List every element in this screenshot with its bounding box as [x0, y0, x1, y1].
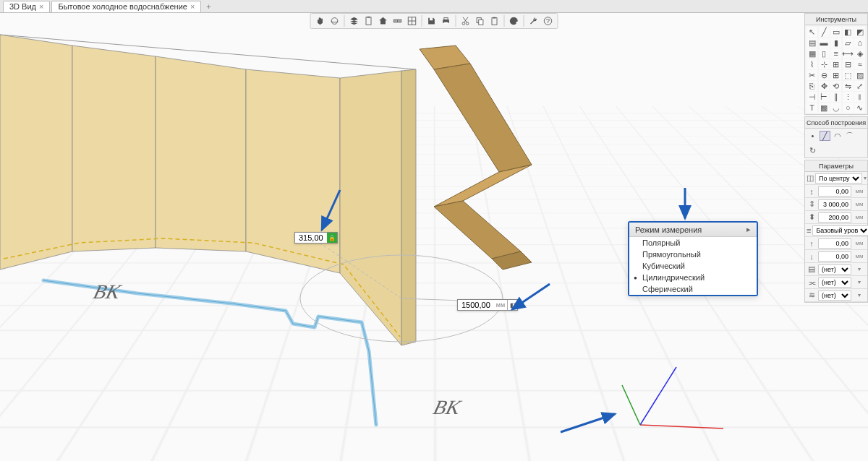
hatch-icon[interactable]: ▩ — [819, 103, 830, 113]
context-menu-header[interactable]: Режим измерения▸ — [629, 223, 757, 237]
v1-field[interactable]: 0,00 — [818, 238, 851, 249]
bullet-icon: ● — [634, 275, 637, 281]
copy-tool-icon[interactable]: ⎘ — [807, 81, 817, 91]
method-panel: Способ построения • ╱ ◠ ⌒ ↻ — [804, 116, 868, 158]
palette-icon[interactable] — [508, 14, 521, 27]
hand-icon[interactable] — [314, 14, 327, 27]
sel3-select[interactable]: (нет) — [818, 290, 851, 301]
svg-rect-11 — [479, 20, 483, 25]
save-icon[interactable] — [425, 14, 438, 27]
sel1-select[interactable]: (нет) — [818, 264, 851, 275]
svg-line-30 — [322, 190, 340, 230]
menu-item-polar[interactable]: Полярный — [629, 237, 757, 249]
axis-gizmo — [615, 353, 731, 455]
offset2-field[interactable]: 200,00 — [818, 212, 851, 223]
separator — [422, 15, 422, 27]
flex-icon[interactable]: ≈ — [854, 59, 865, 69]
arrow-annotation — [678, 186, 692, 224]
area-icon[interactable]: ▨ — [854, 70, 865, 80]
height-field[interactable]: 3 000,00 — [818, 199, 851, 210]
column-icon[interactable]: ▮ — [830, 38, 841, 48]
paste-icon[interactable] — [488, 14, 501, 27]
method-point-icon[interactable]: • — [807, 131, 818, 141]
svg-point-8 — [462, 22, 465, 25]
offset-icon: ↕ — [807, 186, 817, 197]
spline-icon[interactable]: ∿ — [854, 103, 865, 113]
viewport-3d[interactable]: ВК ВК 315,00🔒 1500,00мм◧ — [0, 13, 868, 461]
door-icon[interactable]: ▯ — [819, 48, 830, 59]
trim-icon[interactable]: ⊣ — [807, 92, 817, 102]
svg-line-33 — [561, 414, 615, 432]
wrench-icon[interactable] — [527, 14, 540, 27]
extend-icon[interactable]: ⊢ — [819, 92, 830, 102]
tab-cold-water[interactable]: Бытовое холодное водоснабжение× — [51, 1, 201, 12]
mirror-icon[interactable]: ⇋ — [843, 81, 854, 91]
offset-icon[interactable]: ∥ — [830, 92, 841, 102]
elev2-icon: ↓ — [807, 251, 817, 262]
wall-element — [0, 35, 416, 345]
cycle-icon[interactable]: ↻ — [807, 145, 818, 155]
scale-icon[interactable] — [391, 14, 404, 27]
close-icon[interactable]: × — [39, 2, 43, 11]
text-icon[interactable]: T — [807, 103, 817, 113]
home-icon[interactable] — [377, 14, 390, 27]
level-select[interactable]: Базовый уров — [812, 225, 868, 236]
print-icon[interactable] — [440, 14, 453, 27]
arc-icon[interactable]: ◡ — [830, 103, 841, 113]
svg-line-31 — [512, 284, 550, 309]
scale-tool-icon[interactable]: ⤢ — [854, 81, 865, 91]
line-icon[interactable]: ╱ — [819, 27, 830, 37]
copy-icon[interactable] — [474, 14, 487, 27]
grid-icon[interactable]: ⊞ — [830, 70, 841, 80]
stair-icon[interactable]: ≡ — [830, 48, 841, 59]
separator — [344, 15, 345, 27]
method-arc3-icon[interactable]: ⌒ — [844, 131, 855, 141]
level-icon[interactable]: ⊖ — [819, 70, 830, 80]
rotate-icon[interactable]: ⟲ — [830, 81, 841, 91]
offset1-field[interactable]: 0,00 — [818, 186, 851, 197]
array-icon[interactable]: ⋮ — [843, 92, 854, 102]
menu-item-cubic[interactable]: Кубический — [629, 260, 757, 272]
layout-icon[interactable] — [406, 14, 419, 27]
rect-icon[interactable]: ▭ — [830, 27, 841, 37]
dim-icon[interactable]: ⟷ — [843, 48, 854, 59]
roof-icon[interactable]: ⌂ — [854, 38, 865, 48]
tab-3d-view[interactable]: 3D Вид× — [3, 1, 50, 12]
pipe-icon[interactable]: ⌇ — [807, 59, 817, 69]
layers-icon[interactable] — [348, 14, 361, 27]
eraser-icon[interactable]: ◩ — [854, 27, 865, 37]
move-icon[interactable]: ✥ — [819, 81, 830, 91]
wall-icon[interactable]: ▤ — [807, 38, 817, 48]
beam-icon[interactable]: ▱ — [843, 38, 854, 48]
section-icon[interactable]: ✂ — [807, 70, 817, 80]
orbit-icon[interactable] — [328, 14, 341, 27]
svg-marker-21 — [401, 69, 416, 345]
duct-icon[interactable]: ⊟ — [843, 59, 854, 69]
context-menu-measure: Режим измерения▸ Полярный Прямоугольный … — [628, 221, 758, 296]
method-line-icon[interactable]: ╱ — [820, 131, 830, 141]
placement-select[interactable]: По центру — [815, 173, 862, 184]
cut-icon[interactable] — [459, 14, 472, 27]
menu-item-rectangular[interactable]: Прямоугольный — [629, 249, 757, 260]
cube-icon: ◫ — [807, 173, 814, 184]
close-icon[interactable]: × — [190, 2, 195, 11]
v2-field[interactable]: 0,00 — [818, 251, 851, 262]
slab-icon[interactable]: ▬ — [819, 38, 830, 48]
box-icon[interactable]: ◧ — [843, 27, 854, 37]
help-icon[interactable]: ? — [542, 14, 555, 27]
method-arc-icon[interactable]: ◠ — [832, 131, 843, 141]
menu-item-spherical[interactable]: Сферический — [629, 283, 757, 295]
svg-marker-18 — [156, 56, 246, 251]
circle-icon[interactable]: ○ — [843, 103, 854, 113]
align-icon[interactable]: ⫴ — [854, 92, 865, 102]
tag-icon[interactable]: ◈ — [854, 48, 865, 59]
cursor-icon[interactable]: ↖ — [807, 27, 817, 37]
clipboard-icon[interactable] — [362, 14, 375, 27]
room-icon[interactable]: ⬚ — [843, 70, 854, 80]
menu-item-cylindrical[interactable]: ●Цилиндрический — [629, 272, 757, 283]
add-tab-button[interactable]: + — [203, 2, 214, 11]
window-icon[interactable]: ▦ — [807, 48, 817, 59]
fitting-icon[interactable]: ⊹ — [819, 59, 830, 69]
sel2-select[interactable]: (нет) — [818, 277, 851, 288]
equipment-icon[interactable]: ⊞ — [830, 59, 841, 69]
